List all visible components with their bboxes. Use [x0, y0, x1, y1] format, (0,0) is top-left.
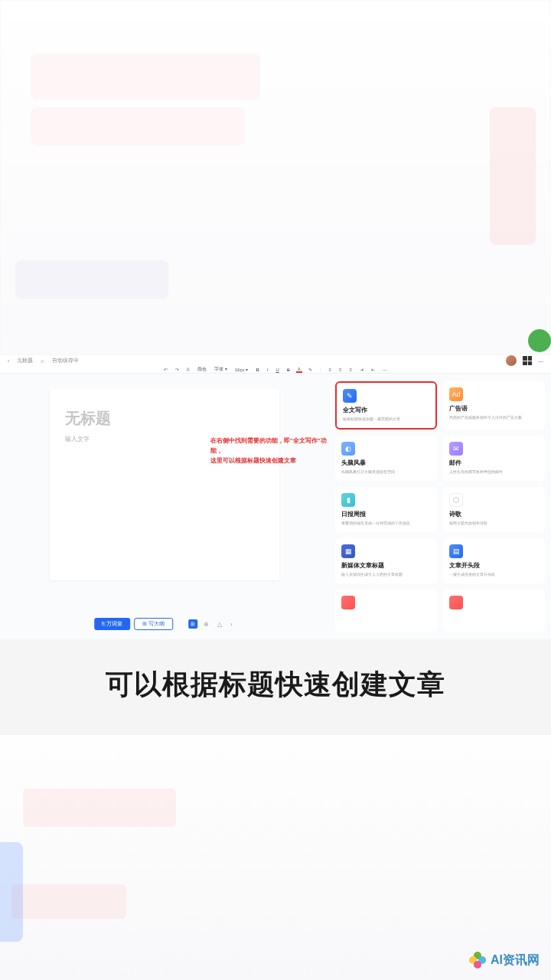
- card-title: 头脑风暴: [341, 459, 431, 467]
- save-icon: ⌂: [41, 358, 44, 364]
- template-card[interactable]: ▤文章开头段一键生成优美的文章开头段: [443, 538, 545, 583]
- save-status: 自动保存中: [52, 357, 79, 364]
- card-title: 文章开头段: [449, 561, 539, 570]
- template-card[interactable]: ▮日报周报将繁琐的报告变成一分钟完成的工作报告: [335, 487, 437, 532]
- fontcolor-button[interactable]: A: [296, 367, 302, 373]
- templates-panel: ✎全文写作根据标题快速创建一篇完整的文章Ad广告语为您的产品或服务创作引人注目的…: [329, 374, 551, 639]
- editor-bottombar: ⎘ 万词量 ⊞ 写大纲 新 ⊕ △ ›: [94, 618, 235, 630]
- card-desc: 为您的产品或服务创作引人注目的广告文案: [449, 415, 539, 420]
- card-desc: 根据标题快速创建一篇完整的文章: [343, 416, 429, 422]
- toolbar: ↶ ↷ ⎘ 颜色 字体 ▾ 16px ▾ B I U S A ✎ | ≡ ≡ ≡…: [0, 366, 551, 374]
- italic-button[interactable]: I: [266, 368, 270, 372]
- card-desc: 输入关键词生成引人入胜的文章标题: [341, 572, 431, 577]
- card-title: 全文写作: [343, 406, 429, 414]
- annotation-line: 在右侧中找到需要的功能，即"全文写作"功能，: [210, 436, 329, 456]
- template-card[interactable]: 诗歌按照主题为你创作诗歌: [443, 487, 545, 532]
- blur-panel: [15, 260, 168, 299]
- more-button[interactable]: ⋯: [381, 367, 389, 372]
- main-area: 无标题 输入文字 在右侧中找到需要的功能，即"全文写作"功能， 这里可以根据标题…: [0, 374, 551, 639]
- video-caption: 可以根据标题快速创建文章: [0, 666, 551, 704]
- card-icon: [341, 596, 355, 609]
- align-right-button[interactable]: ≡: [347, 368, 354, 372]
- app-window: ‹ 无标题 ⌂ 自动保存中 — ↶ ↷ ⎘ 颜色 字体 ▾ 16px ▾ B I…: [0, 355, 551, 625]
- document-page[interactable]: 无标题 输入文字: [50, 389, 279, 580]
- template-card[interactable]: ✎全文写作根据标题快速创建一篇完整的文章: [335, 381, 437, 430]
- card-title: 新媒体文章标题: [341, 561, 431, 570]
- outline-button[interactable]: ⊞ 写大纲: [134, 618, 173, 630]
- wordcount-button[interactable]: ⎘ 万词量: [94, 618, 130, 630]
- annotation-overlay: 在右侧中找到需要的功能，即"全文写作"功能， 这里可以根据标题快速创建文章: [210, 436, 329, 466]
- background-blur-bottom: [0, 735, 551, 980]
- page-name: 无标题: [17, 357, 33, 364]
- topbar: ‹ 无标题 ⌂ 自动保存中 —: [0, 355, 551, 366]
- indicator-dot: [528, 329, 551, 352]
- blur-panel: [31, 54, 260, 100]
- card-desc: 将繁琐的报告变成一分钟完成的工作报告: [341, 521, 431, 526]
- blur-panel: [0, 842, 23, 942]
- card-title: 广告语: [449, 404, 539, 413]
- blur-panel: [490, 107, 536, 245]
- align-left-button[interactable]: ≡: [327, 368, 333, 372]
- outdent-button[interactable]: ⇤: [370, 367, 377, 372]
- watermark-icon: [469, 952, 486, 969]
- template-card[interactable]: [335, 590, 437, 632]
- card-desc: 按照主题为你创作诗歌: [449, 521, 539, 526]
- annotation-line: 这里可以根据标题快速创建文章: [210, 456, 329, 466]
- underline-button[interactable]: U: [274, 368, 280, 372]
- card-icon: ✎: [343, 389, 357, 403]
- back-icon[interactable]: ‹: [8, 358, 9, 364]
- watermark: AI资讯网: [469, 952, 540, 969]
- card-icon: Ad: [449, 387, 463, 401]
- avatar[interactable]: [506, 355, 517, 366]
- add-icon[interactable]: ⊕: [201, 621, 211, 628]
- template-card[interactable]: [443, 590, 545, 632]
- card-icon: [449, 493, 463, 507]
- minimize-icon[interactable]: —: [538, 358, 543, 364]
- undo-button[interactable]: ↶: [162, 367, 169, 372]
- up-icon[interactable]: △: [215, 621, 224, 628]
- redo-button[interactable]: ↷: [174, 367, 181, 372]
- apps-icon[interactable]: [523, 356, 532, 365]
- card-title: 邮件: [449, 459, 539, 467]
- card-desc: 头脑风暴打开大脑灵感创意空间: [341, 469, 431, 475]
- card-icon: ✉: [449, 442, 463, 456]
- align-center-button[interactable]: ≡: [337, 368, 344, 372]
- blur-panel: [23, 789, 176, 827]
- template-card[interactable]: ▦新媒体文章标题输入关键词生成引人入胜的文章标题: [335, 538, 437, 583]
- reset-button[interactable]: 颜色: [196, 366, 208, 373]
- card-title: 日报周报: [341, 510, 431, 518]
- template-card[interactable]: Ad广告语为您的产品或服务创作引人注目的广告文案: [443, 381, 545, 430]
- blur-panel: [31, 107, 245, 145]
- watermark-text: AI资讯网: [491, 952, 540, 969]
- template-card[interactable]: ✉邮件人性化与你撰写各种类型的邮件: [443, 436, 545, 481]
- strike-button[interactable]: S: [285, 368, 292, 372]
- card-title: 诗歌: [449, 510, 539, 518]
- blur-panel: [11, 884, 126, 919]
- card-icon: ▤: [449, 544, 463, 558]
- card-desc: 人性化与你撰写各种类型的邮件: [449, 469, 539, 475]
- format-button[interactable]: ⎘: [185, 368, 191, 372]
- new-badge[interactable]: 新: [188, 619, 197, 629]
- card-icon: [449, 596, 463, 609]
- doc-title-input[interactable]: 无标题: [65, 408, 264, 429]
- next-icon[interactable]: ›: [228, 621, 235, 628]
- font-select[interactable]: 字体 ▾: [213, 366, 229, 373]
- size-select[interactable]: 16px ▾: [233, 367, 250, 372]
- bold-button[interactable]: B: [254, 368, 260, 372]
- card-desc: 一键生成优美的文章开头段: [449, 572, 539, 577]
- card-icon: ▦: [341, 544, 355, 558]
- bgcolor-button[interactable]: ✎: [307, 367, 314, 372]
- indent-button[interactable]: ⇥: [358, 367, 365, 372]
- template-card[interactable]: ◐头脑风暴头脑风暴打开大脑灵感创意空间: [335, 436, 437, 481]
- card-icon: ◐: [341, 442, 355, 456]
- card-icon: ▮: [341, 493, 355, 507]
- editor-panel: 无标题 输入文字 在右侧中找到需要的功能，即"全文写作"功能， 这里可以根据标题…: [0, 374, 329, 639]
